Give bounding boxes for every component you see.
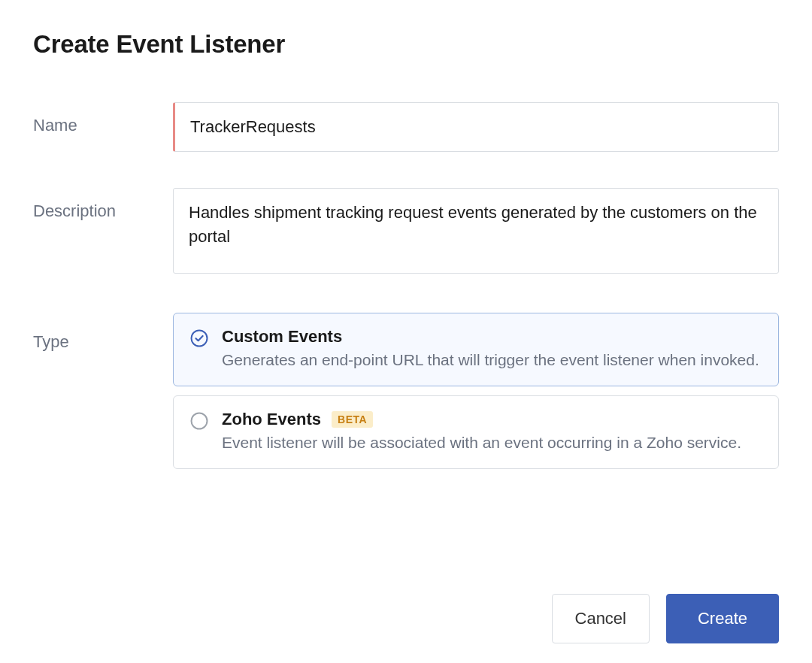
radio-selected-icon <box>190 329 208 347</box>
name-label: Name <box>33 102 173 135</box>
type-option-custom-events[interactable]: Custom Events Generates an end-point URL… <box>173 313 779 386</box>
type-option-body: Zoho Events BETA Event listener will be … <box>222 410 762 453</box>
form-row-description: Description Handles shipment tracking re… <box>33 188 779 277</box>
svg-point-1 <box>192 413 208 429</box>
radio-unselected-icon <box>190 412 208 430</box>
beta-badge: BETA <box>332 411 373 428</box>
form-footer: Cancel Create <box>552 594 779 643</box>
create-event-listener-form: Create Event Listener Name Description H… <box>0 0 812 469</box>
type-option-body: Custom Events Generates an end-point URL… <box>222 327 762 371</box>
type-options: Custom Events Generates an end-point URL… <box>173 313 779 469</box>
page-title: Create Event Listener <box>33 30 779 59</box>
type-option-title: Zoho Events <box>222 410 321 429</box>
type-field-wrap: Custom Events Generates an end-point URL… <box>173 313 779 469</box>
type-option-zoho-events[interactable]: Zoho Events BETA Event listener will be … <box>173 395 779 469</box>
svg-point-0 <box>192 331 208 347</box>
type-label: Type <box>33 313 173 352</box>
cancel-button[interactable]: Cancel <box>552 594 650 643</box>
name-field-wrap <box>173 102 779 152</box>
name-input[interactable] <box>173 102 779 152</box>
type-option-description: Generates an end-point URL that will tri… <box>222 350 762 371</box>
form-row-name: Name <box>33 102 779 152</box>
description-label: Description <box>33 188 173 221</box>
description-field-wrap: Handles shipment tracking request events… <box>173 188 779 277</box>
type-option-description: Event listener will be associated with a… <box>222 432 762 453</box>
form-row-type: Type Custom Events Generates <box>33 313 779 469</box>
type-option-title: Custom Events <box>222 327 342 347</box>
create-button[interactable]: Create <box>666 594 779 643</box>
description-input[interactable]: Handles shipment tracking request events… <box>173 188 779 274</box>
